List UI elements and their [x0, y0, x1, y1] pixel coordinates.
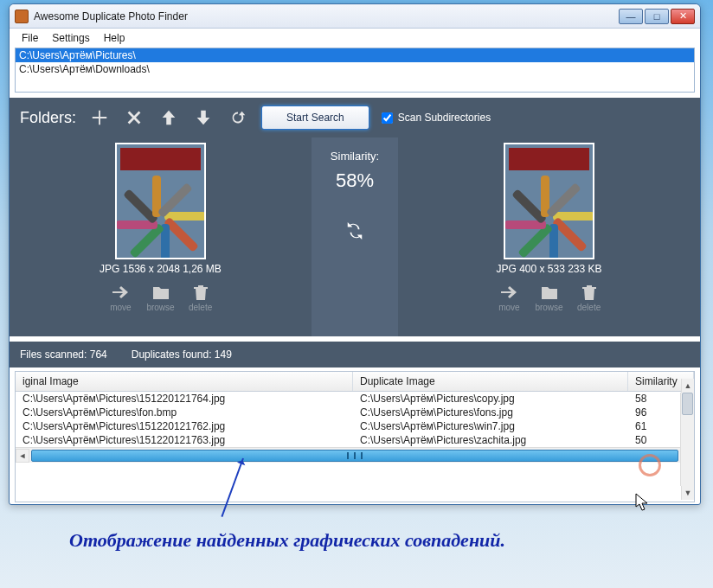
results-table: iginal Image Duplicate Image Similarity … [15, 371, 695, 502]
horizontal-scrollbar[interactable]: ◄ ► [16, 447, 694, 463]
caption-annotation: Отображение найденных графических совпад… [69, 529, 505, 552]
left-browse-button[interactable]: browse [146, 282, 174, 312]
folders-toolbar: Folders: Start Search Scan Subdirectorie… [10, 98, 700, 137]
left-image-info: JPG 1536 x 2048 1,26 MB [100, 263, 222, 275]
spokes-left [117, 174, 204, 258]
right-image-info: JPG 400 x 533 233 KB [496, 263, 601, 275]
similarity-label: Similarity: [331, 150, 379, 163]
start-search-button[interactable]: Start Search [261, 105, 369, 130]
folder-path-row[interactable]: C:\Users\Артём\Pictures\ [16, 48, 694, 62]
menu-settings[interactable]: Settings [47, 30, 94, 46]
move-up-button[interactable] [157, 106, 180, 129]
col-duplicate[interactable]: Duplicate Image [353, 372, 628, 391]
app-icon [15, 10, 29, 23]
table-body: C:\Users\Артём\Pictures\151220121764.jpg… [16, 392, 694, 447]
spokes-right [505, 174, 593, 258]
table-header: iginal Image Duplicate Image Similarity [16, 372, 694, 392]
window-title: Awesome Duplicate Photo Finder [34, 10, 188, 22]
left-delete-button[interactable]: delete [189, 282, 213, 312]
scan-subdirectories-label: Scan Subdirectories [398, 112, 491, 124]
scroll-left-icon[interactable]: ◄ [16, 449, 29, 463]
scan-subdirectories-input[interactable] [382, 112, 393, 124]
remove-folder-button[interactable] [123, 106, 145, 129]
right-move-button[interactable]: move [497, 282, 521, 312]
scroll-down-icon[interactable]: ▼ [681, 486, 694, 500]
col-original[interactable]: iginal Image [16, 372, 353, 391]
files-scanned: Files scanned: 764 [20, 348, 107, 361]
table-row[interactable]: C:\Users\Артём\Pictures\151220121762.jpg… [16, 419, 694, 433]
vertical-scrollbar[interactable]: ▲ ▼ [680, 393, 694, 486]
scan-subdirectories-checkbox[interactable]: Scan Subdirectories [382, 112, 491, 124]
menu-file[interactable]: File [16, 30, 43, 46]
left-thumbnail[interactable] [115, 143, 206, 259]
close-button[interactable]: ✕ [671, 9, 695, 24]
horizontal-scroll-thumb[interactable] [31, 450, 678, 462]
table-row[interactable]: C:\Users\Артём\Pictures\151220121764.jpg… [16, 392, 694, 406]
app-window: Awesome Duplicate Photo Finder — □ ✕ Fil… [9, 3, 701, 505]
similarity-value: 58% [336, 169, 374, 192]
refresh-button[interactable] [227, 106, 249, 129]
right-delete-button[interactable]: delete [577, 282, 601, 312]
move-down-button[interactable] [192, 106, 215, 129]
left-move-button[interactable]: move [108, 282, 132, 312]
folder-path-list[interactable]: C:\Users\Артём\Pictures\ C:\Users\Артём\… [15, 48, 695, 93]
right-preview: JPG 400 x 533 233 KB move browse delete [398, 137, 700, 336]
right-browse-button[interactable]: browse [535, 282, 562, 312]
minimize-button[interactable]: — [619, 9, 643, 24]
table-row[interactable]: C:\Users\Артём\Pictures\151220121763.jpg… [16, 433, 694, 447]
table-row[interactable]: C:\Users\Артём\Pictures\fon.bmpC:\Users\… [16, 406, 694, 419]
menu-bar: File Settings Help [10, 29, 700, 48]
swap-icon[interactable] [345, 221, 364, 243]
similarity-panel: Similarity: 58% [312, 137, 398, 336]
compare-panel: JPG 1536 x 2048 1,26 MB move browse dele… [10, 137, 700, 336]
left-preview: JPG 1536 x 2048 1,26 MB move browse dele… [10, 137, 312, 336]
add-folder-button[interactable] [88, 106, 111, 129]
vertical-scroll-thumb[interactable] [682, 393, 693, 415]
scroll-up-icon[interactable]: ▲ [681, 379, 694, 393]
stats-bar: Files scanned: 764 Duplicates found: 149 [10, 342, 700, 368]
duplicates-found: Duplicates found: 149 [132, 348, 232, 361]
folder-path-row[interactable]: C:\Users\Артём\Downloads\ [16, 62, 694, 76]
maximize-button[interactable]: □ [645, 9, 669, 24]
right-thumbnail[interactable] [504, 143, 594, 259]
menu-help[interactable]: Help [99, 30, 131, 46]
folders-label: Folders: [20, 109, 76, 127]
titlebar[interactable]: Awesome Duplicate Photo Finder — □ ✕ [10, 4, 700, 29]
